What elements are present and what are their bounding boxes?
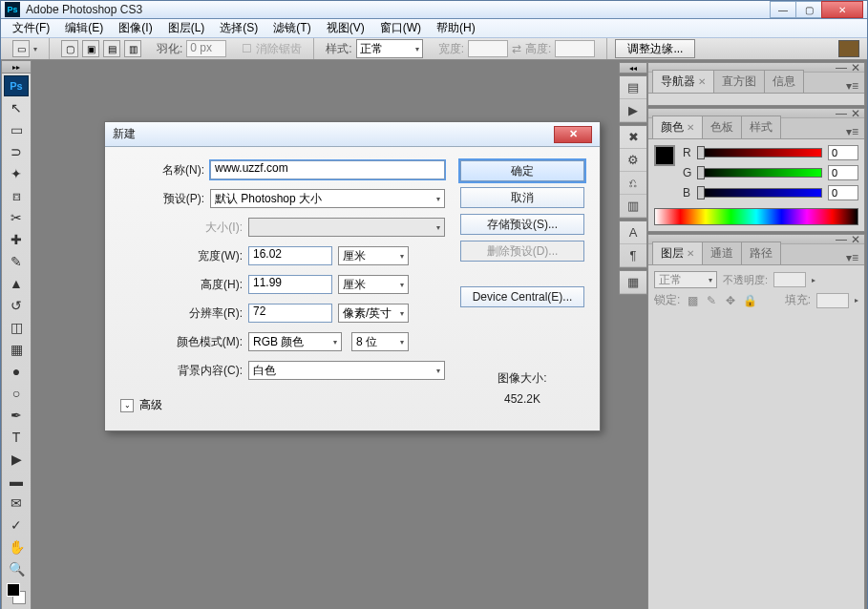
tab-navigator[interactable]: 导航器✕ xyxy=(652,70,714,93)
selection-subtract-icon[interactable]: ▤ xyxy=(103,40,120,57)
height-input[interactable]: 11.99 xyxy=(248,275,332,294)
cancel-button[interactable]: 取消 xyxy=(460,187,584,208)
crop-tool[interactable]: ⧈ xyxy=(4,185,29,206)
navigator-dock-icon[interactable]: ▤ xyxy=(620,76,646,99)
brushes-dock-icon[interactable]: ⚙ xyxy=(620,149,646,172)
width-unit-select[interactable]: 厘米▾ xyxy=(338,246,409,265)
selection-add-icon[interactable]: ▣ xyxy=(82,40,99,57)
maximize-button[interactable]: ▢ xyxy=(795,1,822,18)
fg-color-swatch[interactable] xyxy=(7,583,20,597)
panel-menu-icon[interactable]: ▾≡ xyxy=(840,251,864,264)
bg-content-select[interactable]: 白色▾ xyxy=(248,361,445,380)
g-slider[interactable] xyxy=(700,168,822,178)
tab-color[interactable]: 颜色✕ xyxy=(652,116,703,138)
chevron-down-icon[interactable]: ▾ xyxy=(33,45,37,53)
eyedropper-tool[interactable]: ✓ xyxy=(4,514,29,536)
ok-button[interactable]: 确定 xyxy=(460,160,584,181)
hand-tool[interactable]: ✋ xyxy=(4,536,29,557)
actions-dock-icon[interactable]: ▥ xyxy=(620,195,646,218)
save-preset-button[interactable]: 存储预设(S)... xyxy=(460,214,584,235)
tab-close-icon[interactable]: ✕ xyxy=(687,248,694,259)
feather-input[interactable]: 0 px xyxy=(186,40,226,57)
dialog-close-button[interactable]: ✕ xyxy=(554,126,592,143)
minimize-button[interactable]: — xyxy=(770,1,796,18)
width-input[interactable]: 16.02 xyxy=(248,246,332,265)
pen-tool[interactable]: ✒ xyxy=(4,405,29,426)
close-button[interactable]: ✕ xyxy=(821,1,863,18)
selection-new-icon[interactable]: ▢ xyxy=(61,40,78,57)
tab-layers[interactable]: 图层✕ xyxy=(652,242,703,264)
histogram-dock-icon[interactable]: ▶ xyxy=(620,99,646,122)
slice-tool[interactable]: ✂ xyxy=(4,207,29,228)
notes-tool[interactable]: ✉ xyxy=(4,493,29,514)
b-value[interactable]: 0 xyxy=(828,185,858,200)
healing-brush-tool[interactable]: ✚ xyxy=(4,229,29,250)
refine-edge-button[interactable]: 调整边缘... xyxy=(615,39,695,58)
shape-tool[interactable]: ▬ xyxy=(4,471,29,492)
style-select[interactable]: 正常▾ xyxy=(356,39,423,58)
dodge-tool[interactable]: ○ xyxy=(4,383,29,404)
preset-select[interactable]: 默认 Photoshop 大小▾ xyxy=(210,189,445,208)
color-spectrum[interactable] xyxy=(654,208,858,225)
tab-close-icon[interactable]: ✕ xyxy=(698,76,706,87)
resolution-input[interactable]: 72 xyxy=(248,304,332,323)
resolution-unit-select[interactable]: 像素/英寸▾ xyxy=(338,304,409,323)
fg-color-swatch[interactable] xyxy=(654,145,675,166)
dock-expand-icon[interactable]: ◂◂ xyxy=(619,62,647,74)
menu-filter[interactable]: 滤镜(T) xyxy=(265,18,318,38)
menu-select[interactable]: 选择(S) xyxy=(212,18,265,38)
menu-view[interactable]: 视图(V) xyxy=(319,18,372,38)
r-slider[interactable] xyxy=(700,148,822,158)
bridge-icon[interactable] xyxy=(838,40,859,57)
canvas[interactable]: ↖ 新建 ✕ 名称(N): www.uzzf.com 预设(P): xyxy=(32,60,619,609)
path-select-tool[interactable]: ▶ xyxy=(4,449,29,470)
menu-edit[interactable]: 编辑(E) xyxy=(57,18,111,38)
color-swatches[interactable] xyxy=(4,580,29,607)
tab-channels[interactable]: 通道 xyxy=(702,242,742,264)
tab-info[interactable]: 信息 xyxy=(764,70,804,93)
history-brush-tool[interactable]: ↺ xyxy=(4,295,29,316)
color-mode-select[interactable]: RGB 颜色▾ xyxy=(248,332,342,351)
panel-menu-icon[interactable]: ▾≡ xyxy=(840,79,864,93)
bit-depth-select[interactable]: 8 位▾ xyxy=(351,332,409,351)
menu-file[interactable]: 文件(F) xyxy=(5,18,57,38)
tab-styles[interactable]: 样式 xyxy=(741,116,781,138)
name-input[interactable]: www.uzzf.com xyxy=(210,160,445,179)
advanced-toggle-icon[interactable]: ⌄ xyxy=(120,399,134,412)
b-slider[interactable] xyxy=(700,188,822,198)
dialog-titlebar[interactable]: 新建 ✕ xyxy=(105,122,600,147)
tool-presets-dock-icon[interactable]: ✖ xyxy=(620,126,646,149)
eraser-tool[interactable]: ◫ xyxy=(4,317,29,338)
g-value[interactable]: 0 xyxy=(828,165,858,180)
menu-layer[interactable]: 图层(L) xyxy=(160,18,213,38)
move-tool[interactable]: ↖ xyxy=(4,97,29,118)
quick-select-tool[interactable]: ✦ xyxy=(4,163,29,184)
tab-close-icon[interactable]: ✕ xyxy=(687,122,694,133)
menu-image[interactable]: 图像(I) xyxy=(111,18,159,38)
menu-help[interactable]: 帮助(H) xyxy=(429,18,483,38)
tab-paths[interactable]: 路径 xyxy=(741,242,781,264)
lasso-tool[interactable]: ⊃ xyxy=(4,141,29,162)
gradient-tool[interactable]: ▦ xyxy=(4,339,29,360)
marquee-tool-icon[interactable]: ▭ xyxy=(12,40,30,57)
device-central-button[interactable]: Device Central(E)... xyxy=(460,286,584,307)
clone-source-dock-icon[interactable]: ⎌ xyxy=(620,172,646,195)
paragraph-dock-icon[interactable]: ¶ xyxy=(620,244,646,267)
clone-stamp-tool[interactable]: ▲ xyxy=(4,273,29,294)
selection-intersect-icon[interactable]: ▥ xyxy=(124,40,141,57)
blur-tool[interactable]: ● xyxy=(4,361,29,382)
character-dock-icon[interactable]: A xyxy=(620,221,646,244)
panel-menu-icon[interactable]: ▾≡ xyxy=(840,125,864,138)
height-unit-select[interactable]: 厘米▾ xyxy=(338,275,409,294)
type-tool[interactable]: T xyxy=(4,427,29,448)
menu-window[interactable]: 窗口(W) xyxy=(372,18,429,38)
ps-logo-icon[interactable]: Ps xyxy=(4,75,29,96)
brush-tool[interactable]: ✎ xyxy=(4,251,29,272)
r-value[interactable]: 0 xyxy=(828,145,858,160)
tab-swatches[interactable]: 色板 xyxy=(702,116,742,138)
zoom-tool[interactable]: 🔍 xyxy=(4,558,29,579)
layer-comps-dock-icon[interactable]: ▦ xyxy=(620,271,646,294)
advanced-label[interactable]: 高级 xyxy=(139,397,162,413)
tab-histogram[interactable]: 直方图 xyxy=(713,70,765,93)
toolbox-expand-icon[interactable]: ▸▸ xyxy=(1,60,32,74)
